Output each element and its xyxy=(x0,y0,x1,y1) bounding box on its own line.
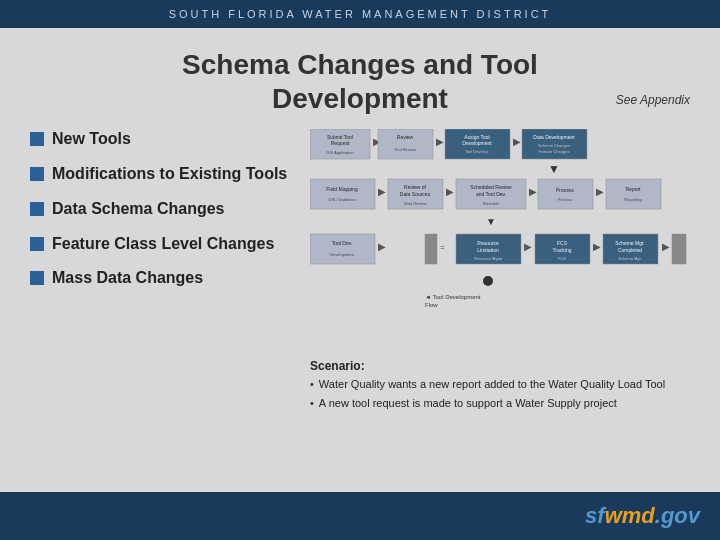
svg-point-63 xyxy=(483,276,493,286)
bullet-item-5: Mass Data Changes xyxy=(30,268,290,289)
scenario-title: Scenario: xyxy=(310,359,690,373)
svg-text:Completed: Completed xyxy=(618,247,642,253)
svg-text:=: = xyxy=(440,243,445,252)
svg-text:Field Mapping: Field Mapping xyxy=(326,186,358,192)
svg-text:Review: Review xyxy=(397,134,414,140)
svg-text:▶: ▶ xyxy=(378,241,386,252)
svg-text:Tracking: Tracking xyxy=(553,247,572,253)
scenario-bullet-1: • Water Quality wants a new report added… xyxy=(310,377,690,392)
bullet-icon-4 xyxy=(30,237,44,251)
bullet-item-1: New Tools xyxy=(30,129,290,150)
svg-text:Scheme Mgt.: Scheme Mgt. xyxy=(615,240,644,246)
svg-text:▶: ▶ xyxy=(513,136,521,147)
svg-text:▶: ▶ xyxy=(446,186,454,197)
bullet-icon-5 xyxy=(30,271,44,285)
svg-text:Schema Mgt.: Schema Mgt. xyxy=(618,256,642,261)
svg-text:◄ Tool Development: ◄ Tool Development xyxy=(425,294,481,300)
page-title: Schema Changes and Tool Development xyxy=(30,48,690,115)
right-panel: Submit Tool Request GIS Application ▶ Re… xyxy=(310,129,690,414)
flowchart-diagram: Submit Tool Request GIS Application ▶ Re… xyxy=(310,129,690,349)
bullet-text-4: Feature Class Level Changes xyxy=(52,234,274,255)
bullet-item-3: Data Schema Changes xyxy=(30,199,290,220)
svg-text:GIS Application: GIS Application xyxy=(326,150,353,155)
svg-rect-41 xyxy=(310,234,375,264)
bullet-dot-1: • xyxy=(310,378,314,390)
svg-text:Reporting: Reporting xyxy=(624,197,641,202)
svg-text:▶: ▶ xyxy=(593,241,601,252)
svg-text:▶: ▶ xyxy=(436,136,444,147)
svg-rect-33 xyxy=(538,179,593,209)
left-panel: New Tools Modifications to Existing Tool… xyxy=(30,129,290,414)
svg-text:Scheduled Review: Scheduled Review xyxy=(470,184,512,190)
svg-text:▶: ▶ xyxy=(596,186,604,197)
footer-logo-gov: .gov xyxy=(655,503,700,528)
svg-text:Feature Changes: Feature Changes xyxy=(539,149,570,154)
svg-text:▶: ▶ xyxy=(378,186,386,197)
svg-text:▶: ▶ xyxy=(529,186,537,197)
svg-text:Resource: Resource xyxy=(477,240,499,246)
svg-rect-37 xyxy=(606,179,661,209)
svg-text:Development: Development xyxy=(462,140,492,146)
svg-text:Tool Review: Tool Review xyxy=(394,147,416,152)
bullet-icon-2 xyxy=(30,167,44,181)
footer-logo: sfwmd.gov xyxy=(585,503,700,529)
scenario-text-1: Water Quality wants a new report added t… xyxy=(319,377,665,392)
footer-logo-sf: sf xyxy=(585,503,605,528)
footer-logo-wmd: wmd xyxy=(605,503,655,528)
svg-text:▶: ▶ xyxy=(524,241,532,252)
content-area: New Tools Modifications to Existing Tool… xyxy=(30,129,690,414)
svg-text:▶: ▶ xyxy=(662,241,670,252)
svg-text:Tool Develop.: Tool Develop. xyxy=(465,149,489,154)
bullet-item-2: Modifications to Existing Tools xyxy=(30,164,290,185)
bullet-text-5: Mass Data Changes xyxy=(52,268,203,289)
bullet-text-3: Data Schema Changes xyxy=(52,199,225,220)
bullet-text-2: Modifications to Existing Tools xyxy=(52,164,287,185)
svg-text:FCS: FCS xyxy=(558,256,566,261)
svg-text:Review of: Review of xyxy=(404,184,427,190)
svg-rect-19 xyxy=(310,179,375,209)
bullet-icon-3 xyxy=(30,202,44,216)
svg-text:Data Development: Data Development xyxy=(533,134,575,140)
bullet-item-4: Feature Class Level Changes xyxy=(30,234,290,255)
scenario-bullet-2: • A new tool request is made to support … xyxy=(310,396,690,411)
svg-text:▼: ▼ xyxy=(486,216,496,227)
svg-text:Tool Dev.: Tool Dev. xyxy=(332,240,352,246)
header-text: SOUTH FLORIDA WATER MANAGEMENT DISTRICT xyxy=(169,8,552,20)
scenario-text-2: A new tool request is made to support a … xyxy=(319,396,617,411)
svg-text:Process: Process xyxy=(558,197,572,202)
svg-text:Flow: Flow xyxy=(425,302,438,308)
svg-text:Data Review: Data Review xyxy=(404,201,427,206)
svg-text:and Tool Dev.: and Tool Dev. xyxy=(476,191,506,197)
svg-text:FCS: FCS xyxy=(557,240,568,246)
svg-text:Schedule: Schedule xyxy=(483,201,500,206)
svg-text:Report: Report xyxy=(625,186,641,192)
see-appendix-label: See Appendix xyxy=(616,93,690,107)
header-bar: SOUTH FLORIDA WATER MANAGEMENT DISTRICT xyxy=(0,0,720,28)
svg-text:Schema Changes: Schema Changes xyxy=(538,143,570,148)
scenario-section: Scenario: • Water Quality wants a new re… xyxy=(310,359,690,414)
svg-rect-45 xyxy=(425,234,437,264)
svg-text:Process: Process xyxy=(556,187,575,193)
bullet-dot-2: • xyxy=(310,397,314,409)
bullet-icon-1 xyxy=(30,132,44,146)
footer-bar: sfwmd.gov xyxy=(0,492,720,540)
svg-text:Limitation: Limitation xyxy=(477,247,499,253)
svg-text:▼: ▼ xyxy=(548,162,560,176)
svg-text:Development: Development xyxy=(330,252,354,257)
svg-text:Data Sources: Data Sources xyxy=(400,191,431,197)
svg-text:Request: Request xyxy=(331,140,350,146)
main-content: Schema Changes and Tool Development See … xyxy=(0,28,720,492)
svg-text:Resource Mgmt: Resource Mgmt xyxy=(474,256,503,261)
svg-text:GIS / Database: GIS / Database xyxy=(328,197,356,202)
bullet-text-1: New Tools xyxy=(52,129,131,150)
svg-rect-62 xyxy=(672,234,686,264)
